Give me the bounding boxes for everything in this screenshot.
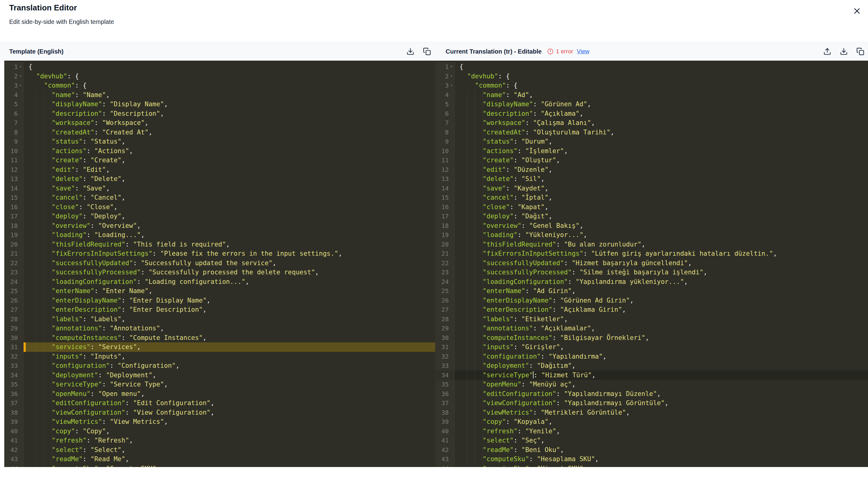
code-token <box>459 129 483 136</box>
code-line[interactable]: 29 "annotations": "Açıklamalar", <box>435 324 868 333</box>
code-line[interactable]: 26 "enterDisplayName": "Görünen Ad Girin… <box>435 296 868 305</box>
indent-guide <box>36 90 36 467</box>
code-line[interactable]: 32 "configuration": "Yapılandırma", <box>435 352 868 361</box>
close-icon[interactable] <box>851 5 863 17</box>
code-line[interactable]: 33 "deployment": "Dağıtım", <box>435 361 868 371</box>
download-icon[interactable] <box>839 47 848 56</box>
code-token: , <box>149 287 152 295</box>
code-text: "copy": "Kopyala", <box>454 417 868 427</box>
code-line[interactable]: 12 "edit": "Düzenle", <box>435 165 868 174</box>
code-token: "readMe" <box>483 446 514 454</box>
code-line[interactable]: 2▾ "devhub": { <box>435 72 868 81</box>
code-line[interactable]: 17 "deploy": "Dağıt", <box>435 212 868 221</box>
code-line[interactable]: 31 "inputs": "Girişler", <box>435 342 868 352</box>
code-line[interactable]: 43 "computeSku": "Hesaplama SKU", <box>435 455 868 464</box>
code-text: "inputs": "Inputs", <box>24 352 435 361</box>
code-token: "loadingConfiguration" <box>483 278 568 285</box>
right-panel-header: Current Translation (tr) - Editable 1 er… <box>435 42 868 61</box>
code-line: 37 "editConfiguration": "Edit Configurat… <box>4 398 435 408</box>
code-token: "close" <box>52 203 79 211</box>
fold-arrow-icon[interactable]: ▾ <box>18 72 23 81</box>
code-text: "loading": "Loading...", <box>24 230 435 240</box>
code-line[interactable]: 28 "labels": "Etiketler", <box>435 315 868 324</box>
code-line[interactable]: 11 "create": "Oluştur", <box>435 156 868 165</box>
copy-icon[interactable] <box>856 47 865 56</box>
code-line[interactable]: 6 "description": "Açıklama", <box>435 109 868 118</box>
code-line[interactable]: 13 "delete": "Sil", <box>435 174 868 184</box>
code-line[interactable]: 36 "editConfiguration": "Yapılandırmayı … <box>435 389 868 399</box>
code-line[interactable]: 4 "name": "Ad", <box>435 90 868 100</box>
code-token <box>29 203 52 211</box>
code-line[interactable]: 1▾{ <box>435 62 868 72</box>
code-token: , <box>137 222 141 230</box>
code-token: , <box>595 455 599 463</box>
fold-arrow-icon[interactable]: ▾ <box>449 72 454 81</box>
code-line[interactable]: 5 "displayName": "Görünen Ad", <box>435 99 868 109</box>
code-token <box>459 287 483 295</box>
code-line[interactable]: 16 "close": "Kapat", <box>435 202 868 212</box>
code-text: "create": "Oluştur", <box>454 156 868 165</box>
code-text: "openMenu": "Open menu", <box>24 389 435 399</box>
code-line[interactable]: 7 "workspace": "Çalışma Alanı", <box>435 118 868 128</box>
code-line[interactable]: 39 "copy": "Kopyala", <box>435 417 868 427</box>
code-line[interactable]: 8 "createdAt": "Oluşturulma Tarihi", <box>435 128 868 137</box>
fold-arrow-icon[interactable]: ▾ <box>18 62 23 72</box>
code-token: "deploy" <box>483 213 514 220</box>
code-line: 9 "status": "Status", <box>4 137 435 146</box>
code-token: , <box>226 241 230 248</box>
view-errors-link[interactable]: View <box>577 48 589 55</box>
code-line[interactable]: 15 "cancel": "İptal", <box>435 193 868 202</box>
code-line[interactable]: 40 "refresh": "Yenile", <box>435 427 868 436</box>
code-text: "thisFieldRequired": "This field is requ… <box>24 240 435 249</box>
code-line[interactable]: 9 "status": "Durum", <box>435 137 868 146</box>
code-line[interactable]: 14 "save": "Kaydet", <box>435 184 868 193</box>
panel-header-strip: Template (English) Current Translation (… <box>0 42 868 61</box>
upload-icon[interactable] <box>823 47 832 56</box>
code-text: "createdAt": "Created At", <box>24 128 435 137</box>
code-token: : <box>102 418 110 425</box>
code-line[interactable]: 23 "successfullyProcessed": "Silme isteğ… <box>435 268 868 277</box>
code-token: : <box>506 185 514 192</box>
code-line[interactable]: 37 "viewConfiguration": "Yapılandırmayı … <box>435 398 868 408</box>
code-token: : <box>583 250 591 257</box>
code-token: "computeSku" <box>52 465 98 467</box>
code-token: "name" <box>52 91 75 99</box>
code-line[interactable]: 42 "readMe": "Beni Oku", <box>435 445 868 455</box>
code-token: "Name" <box>83 91 106 99</box>
code-line[interactable]: 20 "thisFieldRequired": "Bu alan zorunlu… <box>435 240 868 249</box>
code-token: "Enter Description" <box>129 306 203 313</box>
code-line: 12 "edit": "Edit", <box>4 165 435 174</box>
code-line[interactable]: 44 "serviceSku": "Hizmet SKU" <box>435 464 868 467</box>
code-line[interactable]: 41 "select": "Seç", <box>435 436 868 445</box>
code-line[interactable]: 35 "openMenu": "Menüyü aç", <box>435 380 868 389</box>
code-token: "Yükleniyor..." <box>525 231 583 238</box>
copy-icon[interactable] <box>422 47 431 56</box>
code-token: "createdAt" <box>483 129 525 136</box>
fold-arrow-icon[interactable]: ▾ <box>449 81 454 90</box>
code-line[interactable]: 30 "computeInstances": "Bilgisayar Örnek… <box>435 333 868 343</box>
code-token: , <box>610 129 614 136</box>
code-token: , <box>548 213 553 220</box>
translation-editor[interactable]: 1▾{2▾ "devhub": {3▾ "common": {4 "name":… <box>435 61 868 467</box>
download-icon[interactable] <box>406 47 415 56</box>
code-token: : <box>556 399 564 407</box>
line-number: 36 <box>435 389 454 399</box>
fold-arrow-icon[interactable]: ▾ <box>449 62 454 72</box>
code-line[interactable]: 27 "enterDescription": "Açıklama Girin", <box>435 305 868 315</box>
code-line[interactable]: 22 "successfullyUpdated": "Hizmet başarı… <box>435 258 868 268</box>
fold-arrow-icon[interactable]: ▾ <box>18 81 23 90</box>
code-token: , <box>144 119 149 127</box>
code-line[interactable]: 24 "loadingConfiguration": "Yapılandırma… <box>435 277 868 287</box>
code-line[interactable]: 3▾ "common": { <box>435 81 868 90</box>
code-line[interactable]: 25 "enterName": "Ad Girin", <box>435 286 868 296</box>
code-line[interactable]: 10 "actions": "İşlemler", <box>435 146 868 156</box>
code-line[interactable]: 19 "loading": "Yükleniyor...", <box>435 230 868 240</box>
code-line[interactable]: 34 "serviceType": "Hizmet Türü", <box>435 371 868 380</box>
modal-header: Translation Editor Edit side-by-side wit… <box>0 0 868 42</box>
line-number: 29 <box>435 324 454 333</box>
code-line[interactable]: 18 "overview": "Genel Bakış", <box>435 221 868 231</box>
code-token: , <box>211 399 214 407</box>
code-token: , <box>548 138 553 145</box>
code-line[interactable]: 38 "viewMetrics": "Metrikleri Görüntüle"… <box>435 408 868 417</box>
code-line[interactable]: 21 "fixErrorsInInputSettings": "Lütfen g… <box>435 249 868 258</box>
